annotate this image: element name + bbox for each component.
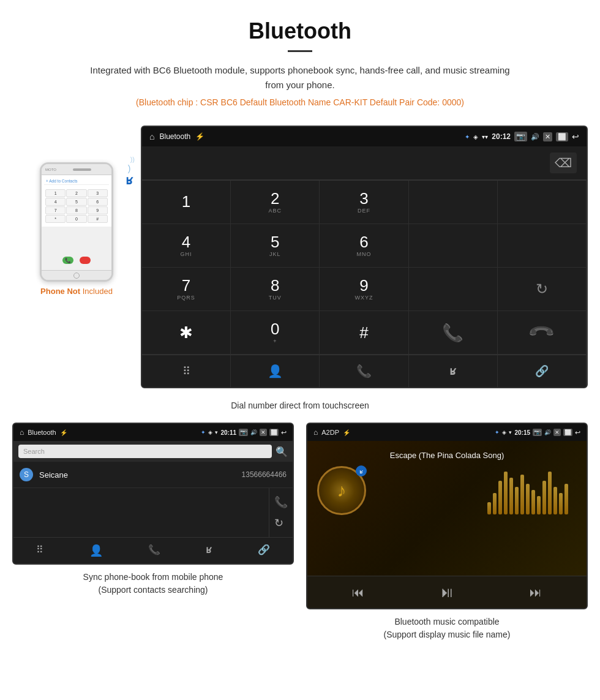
pb-search-icon[interactable]: 🔍 [276,446,288,457]
window-icon[interactable]: ⬜ [556,132,568,141]
music-win-icon[interactable]: ⬜ [563,429,572,436]
pb-bt-bottom-icon[interactable]: ʁ [206,544,212,557]
pb-grid-icon[interactable]: ⠿ [36,544,43,557]
music-close-icon[interactable]: ✕ [553,429,561,436]
signal-icon: ▾▾ [482,134,488,140]
dial-key-1[interactable]: 1 [142,181,231,224]
music-bt-icon: ✦ [495,429,500,435]
viz-bar [526,484,530,514]
call-green-icon: 📞 [442,323,463,343]
phone-key-7[interactable]: 7 [45,206,66,214]
close-icon[interactable]: ✕ [543,132,552,141]
music-status-bar: ⌂ A2DP ⚡ ✦ ◈ ▾ 20:15 📷 🔊 ✕ ⬜ ↩ [307,424,587,441]
included-text: Included [83,287,113,296]
dial-key-0[interactable]: 0 + [231,311,320,355]
music-play-pause-button[interactable]: ⏯ [440,584,454,601]
dial-section: )) ) ʁ MOTO + Add to Contacts 1 [12,126,588,388]
location-icon: ◈ [473,134,478,140]
phone-key-3[interactable]: 3 [88,189,108,197]
music-vol-icon[interactable]: 🔊 [544,429,551,435]
pb-cam-icon[interactable]: 📷 [239,429,248,436]
phone-speaker [73,168,91,171]
action-bluetooth[interactable]: ʁ [409,355,498,387]
pb-win-icon[interactable]: ⬜ [269,429,279,436]
phone-key-star[interactable]: * [45,215,66,223]
page-title: Bluetooth [12,18,588,44]
phone-key-8[interactable]: 8 [66,206,86,214]
music-status-left: ⌂ A2DP ⚡ [313,428,350,437]
pb-contacts-list [13,488,269,537]
phonebook-caption-line2: (Support contacts searching) [99,585,208,595]
pb-phone-side-icon[interactable]: 📞 [274,495,288,509]
call-red-icon: 📞 [527,318,557,347]
dialpad-grid: 1 2 ABC 3 DEF 4 GHI [142,180,587,355]
music-visualizer [487,465,568,514]
dial-key-2[interactable]: 2 ABC [231,181,320,224]
viz-bar [542,481,546,514]
phone-green-call[interactable]: 📞 [62,257,73,264]
home-icon[interactable]: ⌂ [149,132,154,141]
phone-top-bar: MOTO [42,164,111,175]
pb-status-bar: ⌂ Bluetooth ⚡ ✦ ◈ ▾ 20:11 📷 🔊 ✕ ⬜ ↩ [13,424,293,441]
pb-refresh-side-icon[interactable]: ↻ [274,516,288,530]
dial-key-call-green[interactable]: 📞 [409,311,498,355]
camera-icon[interactable]: 📷 [514,132,527,141]
music-note-icon: ♪ [337,480,347,501]
phone-key-9[interactable]: 9 [88,206,108,214]
volume-icon[interactable]: 🔊 [531,133,539,141]
action-contacts[interactable]: 👤 [231,355,320,387]
phone-key-hash[interactable]: # [88,215,108,223]
phone-key-1[interactable]: 1 [45,189,66,197]
dial-key-9[interactable]: 9 WXYZ [320,268,408,311]
dial-key-4[interactable]: 4 GHI [142,224,231,268]
dial-key-star[interactable]: ✱ [142,311,231,355]
pb-link-bottom-icon[interactable]: 🔗 [258,544,270,557]
dial-screen: ⌂ Bluetooth ⚡ ✦ ◈ ▾▾ 20:12 📷 🔊 ✕ ⬜ ↩ [141,126,588,388]
action-link[interactable]: 🔗 [498,355,587,387]
music-home-icon[interactable]: ⌂ [313,428,318,437]
phone-key-4[interactable]: 4 [45,198,66,206]
pb-home-icon[interactable]: ⌂ [20,428,24,437]
dial-key-6[interactable]: 6 MNO [320,224,408,268]
pb-contact-name: Seicane [39,470,242,480]
music-caption-line1: Bluetooth music compatible [394,617,499,627]
back-icon[interactable]: ↩ [572,132,579,141]
music-cam-icon[interactable]: 📷 [533,429,542,436]
music-controls: ⏮ ⏯ ⏭ [307,576,587,608]
music-prev-button[interactable]: ⏮ [352,585,364,600]
dial-status-bar: ⌂ Bluetooth ⚡ ✦ ◈ ▾▾ 20:12 📷 🔊 ✕ ⬜ ↩ [142,127,587,146]
pb-contact-row[interactable]: S Seicane 13566664466 [13,462,293,488]
dial-key-hash[interactable]: # [320,311,408,355]
pb-phone-bottom-icon[interactable]: 📞 [148,544,160,557]
dial-key-call-red[interactable]: 📞 [498,311,587,355]
pb-close-icon[interactable]: ✕ [260,429,267,436]
phone-key-0[interactable]: 0 [66,215,86,223]
phone-key-6[interactable]: 6 [88,198,108,206]
music-next-button[interactable]: ⏭ [530,585,542,600]
phone-key-5[interactable]: 5 [66,198,86,206]
backspace-button[interactable]: ⌫ [550,152,577,173]
pb-vol-icon[interactable]: 🔊 [250,429,257,435]
dial-key-refresh[interactable]: ↻ [498,268,587,311]
viz-bar [559,493,563,514]
viz-bar [493,493,497,514]
pb-back-icon[interactable]: ↩ [281,429,287,437]
action-phone[interactable]: 📞 [320,355,408,387]
dial-key-8[interactable]: 8 TUV [231,268,320,311]
dial-key-3[interactable]: 3 DEF [320,181,408,224]
pb-search-input[interactable]: Search [18,445,272,458]
dial-key-7[interactable]: 7 PQRS [142,268,231,311]
phone-home-button[interactable] [42,270,111,280]
pb-person-icon[interactable]: 👤 [89,544,103,557]
music-back-icon[interactable]: ↩ [575,429,580,437]
action-dialpad[interactable]: ⠿ [142,355,231,387]
phone-not-included: Phone Not Included [40,287,113,296]
phone-red-end[interactable] [80,257,91,264]
pb-search-row: Search 🔍 [13,441,293,462]
phone-screen: + Add to Contacts 1 2 3 4 5 6 7 8 9 [42,175,111,227]
phone-mockup: MOTO + Add to Contacts 1 2 3 4 5 [40,162,113,282]
dial-key-5[interactable]: 5 JKL [231,224,320,268]
link-icon: 🔗 [535,364,549,378]
music-song-title: Escape (The Pina Colada Song) [390,451,504,460]
phone-key-2[interactable]: 2 [66,189,86,197]
